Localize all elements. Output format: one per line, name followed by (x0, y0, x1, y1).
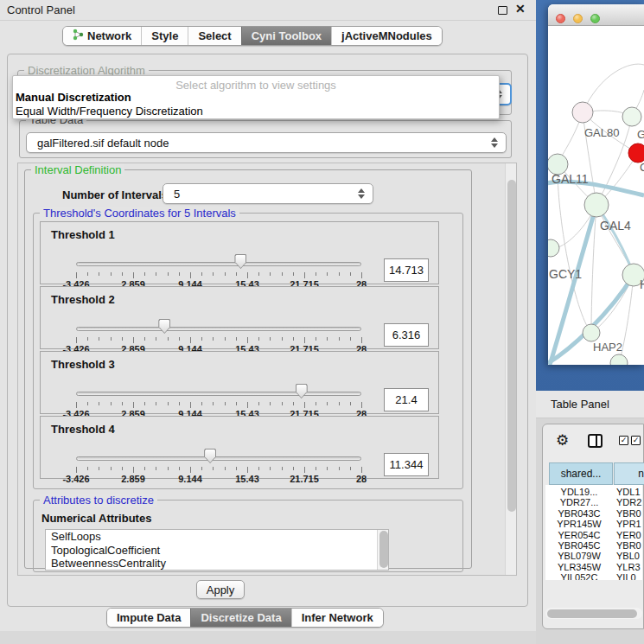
node[interactable] (610, 354, 628, 365)
slider-tick (316, 272, 316, 276)
slider-tick (225, 337, 226, 341)
tab-discretize-data[interactable]: Discretize Data (190, 609, 290, 627)
table-row[interactable]: YLR345WYLR3 (545, 562, 642, 572)
tab-infer-network[interactable]: Infer Network (291, 609, 383, 627)
table-row[interactable]: YER054CYER0 (545, 530, 642, 540)
split-columns-icon[interactable] (588, 434, 603, 448)
table-cell: YLR3 (616, 562, 641, 572)
slider-tick (99, 402, 99, 405)
table-row[interactable]: YBR045CYBR0 (545, 540, 642, 551)
settings-scrollbar-thumb[interactable] (507, 180, 516, 512)
tab-jactivemnodules[interactable]: jActiveMNodules (331, 27, 442, 45)
tab-cyni-toolbox[interactable]: Cyni Toolbox (241, 27, 331, 45)
number-of-intervals-combobox[interactable]: 5 (163, 183, 373, 204)
gear-icon[interactable]: ⚙ (556, 431, 569, 450)
table-row[interactable]: YPR145WYPR1 (545, 519, 642, 529)
tab-select[interactable]: Select (188, 27, 240, 45)
table-cell: YDR27... (549, 497, 609, 507)
column-header-name[interactable]: na (614, 462, 644, 485)
minimize-light[interactable] (573, 14, 583, 23)
table-rows-area[interactable]: YDL19...YDL1YDR27...YDR2YBR043CYBR0YPR14… (545, 485, 642, 580)
slider-tick (247, 337, 248, 343)
slider-tick (179, 337, 180, 341)
slider-tick (179, 467, 180, 470)
slider-tick (327, 467, 328, 470)
slider-thumb[interactable] (296, 384, 308, 399)
tab-label: Cyni Toolbox (252, 29, 322, 42)
node[interactable] (572, 102, 593, 123)
checked-box-icon[interactable]: ✓ (619, 436, 628, 445)
table-cell: YLR345W (549, 562, 609, 572)
control-panel-tabs: NetworkStyleSelectCyni ToolboxjActiveMNo… (62, 26, 443, 46)
table-cell: YER0 (616, 530, 641, 540)
threshold-value-field[interactable]: 14.713 (384, 258, 429, 282)
zoom-light[interactable] (590, 14, 600, 23)
table-hscrollbar-thumb[interactable] (547, 609, 637, 618)
node[interactable] (548, 239, 559, 257)
slider-thumb[interactable] (158, 319, 170, 334)
slider-track[interactable] (76, 327, 361, 331)
table-hscrollbar-track[interactable] (545, 608, 642, 619)
threshold-panel: Threshold 3-3.4262.8599.14415.4321.71528… (40, 351, 439, 414)
node-label: GCY1 (549, 267, 582, 281)
attribute-list-item[interactable]: BetweennessCentrality (46, 557, 388, 571)
table-row[interactable]: YDR27...YDR2 (545, 497, 642, 507)
table-row[interactable]: YBR043CYBR0 (545, 508, 642, 519)
attributes-scrollbar-thumb[interactable] (379, 531, 388, 568)
node[interactable] (583, 324, 600, 341)
tab-style[interactable]: Style (141, 27, 188, 45)
slider-track[interactable] (76, 392, 361, 396)
threshold-label: Threshold 4 (51, 423, 115, 436)
node[interactable] (622, 107, 641, 126)
float-panel-icon[interactable] (498, 6, 507, 15)
slider-tick (327, 272, 328, 276)
checked-box-icon[interactable]: ✓ (631, 436, 641, 445)
close-light[interactable] (556, 14, 565, 23)
tab-impute-data[interactable]: Impute Data (107, 609, 190, 627)
apply-button[interactable]: Apply (196, 580, 245, 599)
slider-tick (361, 272, 362, 278)
tab-network[interactable]: Network (63, 27, 141, 45)
table-row[interactable]: YDL19...YDL1 (545, 487, 642, 497)
close-icon[interactable]: ✕ (515, 2, 526, 16)
slider-tick-label: 2.859 (121, 474, 145, 484)
slider-tick (225, 402, 226, 405)
slider-tick (293, 272, 294, 276)
table-row[interactable]: YBL079WYBL0 (545, 551, 642, 561)
slider-tick (350, 337, 351, 341)
node-red[interactable] (628, 143, 644, 163)
slider-track[interactable] (76, 456, 361, 461)
slider-tick (293, 337, 294, 341)
slider-thumb[interactable] (234, 254, 246, 269)
slider-tick (282, 467, 283, 470)
table-data-combobox-value: galFiltered.sif default node (37, 137, 169, 150)
number-of-intervals-value: 5 (174, 188, 180, 201)
dropdown-option[interactable]: Manual Discretization (16, 91, 131, 104)
table-data-combobox[interactable]: galFiltered.sif default node (26, 132, 507, 153)
slider-track[interactable] (76, 262, 361, 266)
node[interactable] (584, 193, 609, 217)
attribute-list-item[interactable]: SelfLoops (46, 530, 388, 544)
threshold-value-field[interactable]: 11.344 (384, 453, 429, 476)
table-cell: YBR045C (549, 540, 609, 551)
threshold-value-field[interactable]: 6.316 (384, 323, 429, 347)
tab-label: Impute Data (117, 611, 181, 624)
slider-tick (201, 272, 202, 276)
numerical-attributes-list[interactable]: SelfLoopsTopologicalCoefficientBetweenne… (45, 529, 389, 571)
node-label: GAL80 (584, 126, 619, 139)
slider-thumb[interactable] (204, 449, 216, 463)
dropdown-option[interactable]: Equal Width/Frequency Discretization (16, 105, 203, 118)
network-canvas[interactable]: GAL80GACGAL11GAL4GCY1HHAP2 (548, 26, 644, 365)
threshold-value-field[interactable]: 21.4 (384, 388, 429, 411)
slider-tick (179, 272, 180, 276)
slider-tick (87, 402, 88, 405)
network-edge (583, 64, 644, 112)
threshold-panel: Threshold 1-3.4262.8599.14415.4321.71528… (40, 221, 439, 284)
settings-scrollbar-track[interactable] (505, 163, 516, 575)
column-header-shared[interactable]: shared... (549, 462, 613, 485)
table-row[interactable]: YIL052CYIL0 (545, 572, 642, 580)
slider-tick (190, 272, 191, 278)
slider-tick (122, 402, 123, 405)
attributes-scrollbar-track[interactable] (377, 530, 388, 570)
attribute-list-item[interactable]: TopologicalCoefficient (46, 544, 388, 558)
